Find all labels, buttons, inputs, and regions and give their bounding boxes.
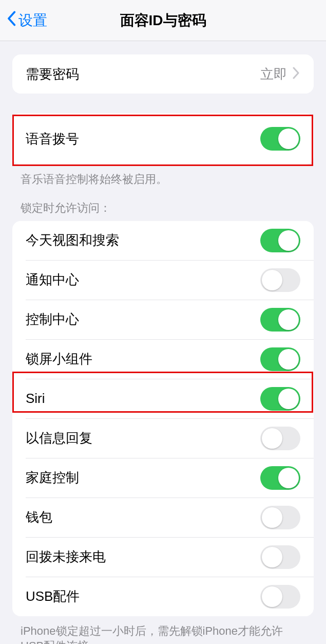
voice-dial-toggle[interactable]: [260, 127, 300, 151]
usb-note: iPhone锁定超过一小时后，需先解锁iPhone才能允许USB配件连接。: [21, 623, 305, 644]
back-label: 设置: [18, 11, 47, 30]
locked-row: 今天视图和搜索: [12, 221, 314, 260]
locked-row-label: 钱包: [26, 508, 260, 526]
locked-row-toggle[interactable]: [260, 229, 300, 252]
back-button[interactable]: 设置: [6, 11, 47, 30]
content: 需要密码 立即 语音拨号 音乐语音控制将始终被启用。 锁定时允许访问： 今天视图…: [0, 41, 326, 644]
chevron-left-icon: [6, 11, 16, 30]
locked-row-toggle[interactable]: [260, 268, 300, 292]
locked-row: USB配件: [12, 577, 314, 616]
navbar: 设置 面容ID与密码: [0, 0, 326, 41]
group-locked-access: 今天视图和搜索通知中心控制中心锁屏小组件Siri以信息回复家庭控制钱包回拨未接来…: [12, 221, 314, 616]
locked-row: 钱包: [12, 498, 314, 537]
locked-row-label: 今天视图和搜索: [26, 231, 260, 249]
require-passcode-row[interactable]: 需要密码 立即: [12, 54, 314, 94]
locked-row-label: 锁屏小组件: [26, 350, 260, 368]
locked-row-toggle[interactable]: [260, 585, 300, 609]
voice-dial-label: 语音拨号: [26, 130, 260, 148]
chevron-right-icon: [292, 67, 300, 81]
locked-row-toggle[interactable]: [260, 466, 300, 490]
locked-row-label: 控制中心: [26, 310, 260, 328]
locked-row: 以信息回复: [12, 419, 314, 458]
locked-row: 通知中心: [12, 261, 314, 300]
locked-row-label: USB配件: [26, 587, 260, 605]
locked-row-label: 通知中心: [26, 271, 260, 289]
locked-row-toggle[interactable]: [260, 427, 300, 450]
voice-dial-row: 语音拨号: [12, 113, 314, 164]
locked-row-label: 以信息回复: [26, 429, 260, 447]
locked-row: Siri: [12, 379, 314, 418]
page-title: 面容ID与密码: [0, 11, 326, 30]
locked-row: 家庭控制: [12, 458, 314, 498]
locked-row-toggle[interactable]: [260, 387, 300, 411]
locked-row: 回拨未接来电: [12, 538, 314, 577]
require-passcode-value: 立即: [260, 65, 287, 83]
locked-row: 控制中心: [12, 300, 314, 339]
group-voice-dial: 语音拨号: [12, 113, 314, 164]
require-passcode-label: 需要密码: [26, 65, 260, 83]
locked-row: 锁屏小组件: [12, 340, 314, 379]
locked-row-label: 家庭控制: [26, 469, 260, 487]
locked-row-toggle[interactable]: [260, 347, 300, 371]
locked-row-label: Siri: [26, 391, 260, 407]
locked-row-toggle[interactable]: [260, 308, 300, 332]
locked-row-toggle[interactable]: [260, 545, 300, 569]
locked-access-header: 锁定时允许访问：: [21, 200, 305, 216]
locked-row-toggle[interactable]: [260, 506, 300, 529]
group-passcode: 需要密码 立即: [12, 54, 314, 94]
voice-dial-note: 音乐语音控制将始终被启用。: [21, 172, 305, 187]
locked-row-label: 回拨未接来电: [26, 548, 260, 566]
